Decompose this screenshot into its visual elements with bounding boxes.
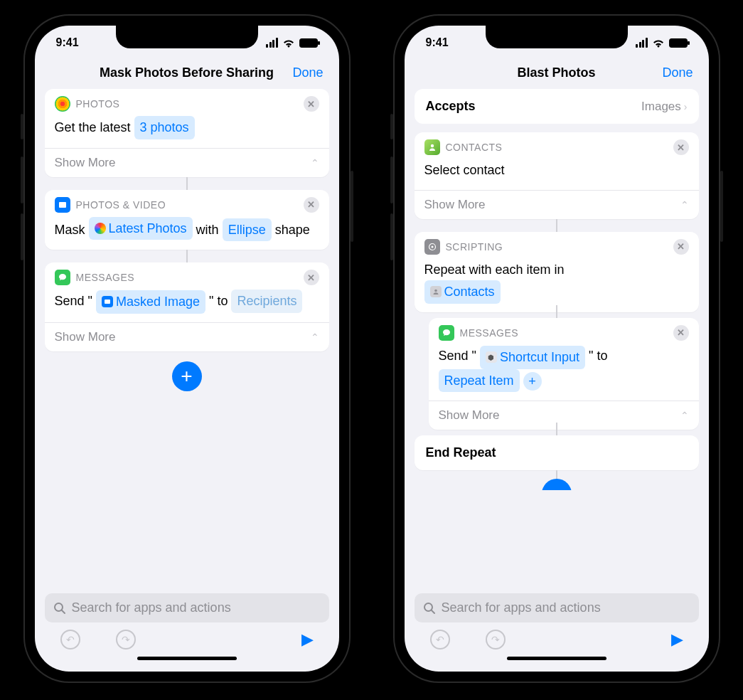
accepts-label: Accepts [426,99,476,114]
search-placeholder: Search for apps and actions [72,600,231,615]
chevron-up-icon: ⌃ [680,410,689,421]
param-chip-shortcut-input[interactable]: ⬢Shortcut Input [480,346,585,369]
svg-rect-1 [105,299,110,304]
signal-icon [266,38,278,48]
redo-button[interactable]: ↷ [116,630,136,649]
param-chip-count[interactable]: 3 photos [134,116,195,139]
battery-icon [299,38,318,48]
close-icon[interactable]: ✕ [673,139,689,155]
close-icon[interactable]: ✕ [673,325,689,341]
page-title: Mask Photos Before Sharing [100,65,274,80]
close-icon[interactable]: ✕ [304,270,319,285]
show-more-button[interactable]: Show More ⌃ [45,322,329,351]
card-header-label: PHOTOS & VIDEO [76,199,298,211]
chevron-up-icon: ⌃ [311,157,319,169]
phone-right: 9:41 Blast Photos Done Accepts Images › [393,14,720,683]
svg-point-4 [430,144,433,147]
action-text: " to [209,294,231,308]
home-indicator[interactable] [137,657,237,660]
card-header-label: CONTACTS [446,142,668,153]
photos-icon [55,96,70,112]
signal-icon [636,38,648,48]
undo-button[interactable]: ↶ [430,630,450,649]
photos-video-icon [55,197,70,213]
action-text: Send " [439,349,480,363]
redo-button[interactable]: ↷ [486,630,506,649]
svg-point-7 [434,290,437,292]
undo-button[interactable]: ↶ [60,630,80,649]
action-text: Repeat with each item in [424,262,565,277]
action-card-contacts[interactable]: CONTACTS ✕ Select contact Show More ⌃ [415,132,699,219]
status-time: 9:41 [426,36,449,49]
battery-icon [669,38,688,48]
show-more-button[interactable]: Show More ⌃ [45,148,329,177]
add-recipient-button[interactable]: + [523,372,542,391]
add-action-button[interactable]: + [172,361,202,391]
phone-left: 9:41 Mask Photos Before Sharing Done PHO… [23,14,351,683]
close-icon[interactable]: ✕ [673,239,689,255]
action-card-messages-nested[interactable]: MESSAGES ✕ Send " ⬢Shortcut Input " to R… [429,318,699,430]
play-button[interactable]: ▶ [671,630,683,649]
card-header-label: SCRIPTING [446,241,668,253]
svg-rect-0 [59,202,66,208]
accepts-row[interactable]: Accepts Images › [415,89,699,124]
svg-point-6 [431,245,433,248]
action-text: shape [275,223,310,237]
param-chip-shape[interactable]: Ellipse [223,218,272,242]
svg-line-9 [432,610,434,613]
card-header-label: MESSAGES [460,327,668,339]
end-repeat-label: End Repeat [415,435,699,470]
contacts-icon [424,139,440,155]
chevron-up-icon: ⌃ [680,199,689,211]
search-icon [53,602,66,615]
param-chip-input[interactable]: Latest Photos [89,217,193,240]
action-text: Mask [55,223,89,237]
nav-bar: Blast Photos Done [405,60,709,89]
action-text: Send " [55,294,96,308]
param-chip-image[interactable]: Masked Image [96,290,205,314]
page-title: Blast Photos [517,65,595,80]
search-input[interactable]: Search for apps and actions [415,593,699,622]
search-icon [423,602,436,615]
action-card-end-repeat[interactable]: End Repeat [415,435,699,470]
messages-icon [55,270,70,285]
svg-line-3 [62,610,65,613]
action-text: Select contact [424,163,505,177]
card-header-label: PHOTOS [76,98,298,110]
close-icon[interactable]: ✕ [304,96,319,112]
scripting-icon [424,239,440,255]
status-time: 9:41 [56,36,79,49]
add-action-button-partial[interactable] [415,479,699,490]
home-indicator[interactable] [507,657,606,660]
search-input[interactable]: Search for apps and actions [45,593,329,622]
close-icon[interactable]: ✕ [304,197,319,213]
chevron-right-icon: › [684,101,688,112]
param-chip-contacts[interactable]: Contacts [424,280,501,304]
show-more-button[interactable]: Show More ⌃ [415,190,699,219]
nav-bar: Mask Photos Before Sharing Done [35,60,339,89]
wifi-icon [282,38,295,48]
action-text: " to [589,349,607,363]
chevron-up-icon: ⌃ [311,332,319,343]
action-card-mask[interactable]: PHOTOS & VIDEO ✕ Mask Latest Photos with… [45,190,329,250]
param-chip-repeat-item[interactable]: Repeat Item [439,369,520,393]
messages-icon [439,325,454,341]
card-header-label: MESSAGES [76,272,298,283]
param-chip-recipients[interactable]: Recipients [231,290,302,313]
action-card-photos[interactable]: PHOTOS ✕ Get the latest 3 photos Show Mo… [45,89,329,177]
done-button[interactable]: Done [662,65,693,80]
action-text: with [196,223,223,237]
action-card-repeat[interactable]: SCRIPTING ✕ Repeat with each item in Con… [415,232,699,312]
action-card-messages[interactable]: MESSAGES ✕ Send " Masked Image " to Reci… [45,262,329,351]
done-button[interactable]: Done [292,65,323,80]
play-button[interactable]: ▶ [301,630,314,649]
accepts-value: Images [641,100,681,114]
action-text: Get the latest [55,120,134,134]
wifi-icon [652,38,665,48]
search-placeholder: Search for apps and actions [442,600,601,615]
